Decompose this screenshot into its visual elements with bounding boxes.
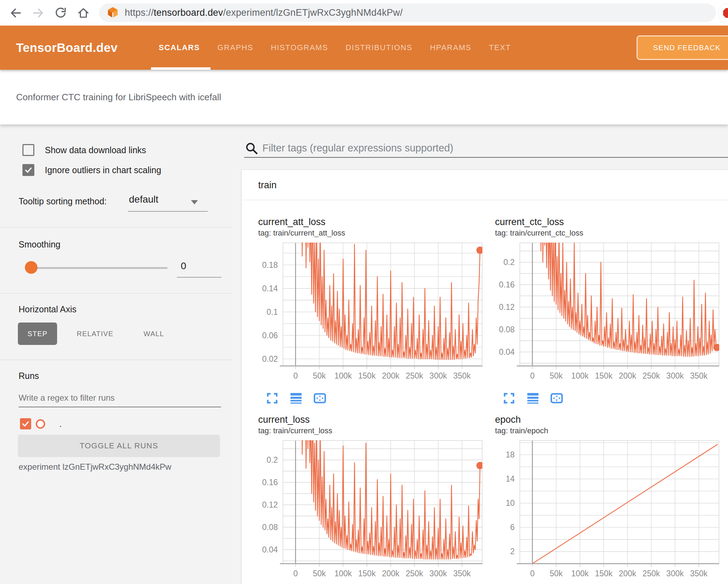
fit-domain-icon[interactable]: [550, 391, 564, 405]
chart-tag: tag: train/current_loss: [258, 426, 484, 436]
svg-text:250k: 250k: [643, 569, 660, 578]
svg-text:18: 18: [506, 450, 515, 459]
svg-text:0.14: 0.14: [262, 284, 278, 293]
svg-text:0.08: 0.08: [499, 325, 515, 334]
svg-text:350k: 350k: [690, 569, 708, 578]
svg-text:0: 0: [530, 569, 535, 578]
browser-forward-icon[interactable]: [30, 5, 46, 21]
runs-label: Runs: [19, 371, 39, 381]
chart-plot[interactable]: 0.040.080.120.160.2050k100k150k200k250k3…: [495, 243, 719, 381]
svg-text:200k: 200k: [382, 569, 399, 578]
ignore-outliers-row[interactable]: Ignore outliers in chart scaling: [22, 164, 161, 176]
svg-text:200k: 200k: [619, 371, 636, 380]
ignore-outliers-checkbox[interactable]: [22, 164, 34, 176]
svg-text:100k: 100k: [571, 371, 589, 380]
send-feedback-button[interactable]: SEND FEEDBACK: [637, 35, 728, 60]
svg-text:2: 2: [510, 547, 515, 556]
chart-actions: [265, 391, 484, 405]
svg-text:350k: 350k: [453, 371, 471, 380]
tensorboard-favicon-icon: [107, 6, 119, 20]
svg-text:0.12: 0.12: [499, 303, 515, 312]
browser-reload-icon[interactable]: [53, 5, 69, 21]
divider: [242, 200, 728, 200]
group-title[interactable]: train: [258, 180, 277, 191]
chart-card-current_ctc_loss: current_ctc_loss tag: train/current_ctc_…: [495, 217, 721, 405]
app-header: TensorBoard.dev SCALARS GRAPHS HISTOGRAM…: [0, 26, 728, 70]
smoothing-value-underline: [177, 277, 221, 278]
app-logo[interactable]: TensorBoard.dev: [16, 26, 118, 70]
tab-scalars[interactable]: SCALARS: [159, 43, 200, 52]
tab-histograms[interactable]: HISTOGRAMS: [271, 43, 328, 52]
run-name: .: [59, 419, 62, 429]
fullscreen-icon[interactable]: [265, 391, 279, 405]
chart-tag: tag: train/current_att_loss: [258, 229, 484, 238]
log-scale-icon[interactable]: [289, 391, 303, 405]
log-scale-icon[interactable]: [526, 391, 540, 405]
search-icon: [245, 142, 258, 155]
run-checkbox[interactable]: [20, 418, 31, 429]
divider: [0, 293, 232, 293]
toggle-all-runs-button[interactable]: TOGGLE ALL RUNS: [18, 435, 220, 457]
svg-text:100k: 100k: [334, 569, 352, 578]
chart-plot[interactable]: 0.040.080.120.160.2050k100k150k200k250k3…: [258, 440, 482, 578]
svg-text:300k: 300k: [430, 569, 447, 578]
run-color-swatch: [36, 419, 45, 429]
nav-tabs: SCALARS GRAPHS HISTOGRAMS DISTRIBUTIONS …: [159, 26, 511, 70]
chart-plot[interactable]: 0.020.060.10.140.18050k100k150k200k250k3…: [258, 243, 482, 381]
svg-text:14: 14: [506, 474, 515, 483]
horizontal-axis-label: Horizontal Axis: [19, 304, 76, 314]
svg-text:0.18: 0.18: [262, 260, 278, 270]
ignore-outliers-label: Ignore outliers in chart scaling: [45, 165, 161, 175]
show-download-links-checkbox[interactable]: [22, 144, 34, 156]
svg-text:300k: 300k: [666, 569, 684, 578]
address-bar[interactable]: https://tensorboard.dev/experiment/lzGnE…: [99, 4, 716, 22]
browser-home-icon[interactable]: [75, 5, 91, 21]
svg-text:150k: 150k: [358, 371, 376, 380]
show-download-links-label: Show data download links: [45, 145, 146, 155]
browser-toolbar: https://tensorboard.dev/experiment/lzGnE…: [0, 0, 728, 26]
svg-text:10: 10: [506, 498, 515, 508]
svg-text:150k: 150k: [595, 371, 612, 380]
horizontal-axis-options: STEP RELATIVE WALL: [18, 322, 174, 345]
tab-text[interactable]: TEXT: [489, 43, 511, 52]
chevron-down-icon[interactable]: [191, 200, 198, 204]
smoothing-slider-track[interactable]: [31, 267, 167, 269]
tag-filter-input[interactable]: [262, 139, 728, 157]
chart-plot[interactable]: 26101418050k100k150k200k250k300k350k: [495, 440, 719, 578]
chart-title: current_loss: [258, 414, 484, 426]
svg-text:300k: 300k: [666, 371, 684, 380]
svg-text:0: 0: [293, 371, 298, 380]
axis-option-wall[interactable]: WALL: [133, 322, 175, 345]
divider: [0, 360, 232, 360]
tab-distributions[interactable]: DISTRIBUTIONS: [346, 43, 413, 52]
svg-text:0.16: 0.16: [499, 280, 515, 289]
url-text: https://tensorboard.dev/experiment/lzGnE…: [125, 7, 403, 18]
axis-option-relative[interactable]: RELATIVE: [66, 322, 124, 345]
svg-text:0.12: 0.12: [262, 500, 278, 509]
show-download-links-row[interactable]: Show data download links: [22, 144, 146, 156]
fullscreen-icon[interactable]: [502, 391, 516, 405]
svg-text:0.02: 0.02: [262, 354, 278, 364]
browser-extension-icon[interactable]: [718, 3, 728, 23]
svg-text:0.04: 0.04: [262, 545, 278, 554]
experiment-title-bar: Conformer CTC training for LibriSpeech w…: [0, 70, 728, 124]
chart-tag: tag: train/current_ctc_loss: [495, 229, 721, 238]
run-row[interactable]: .: [20, 418, 62, 429]
svg-text:50k: 50k: [550, 569, 563, 578]
runs-filter-input[interactable]: [19, 389, 221, 407]
svg-text:350k: 350k: [453, 569, 471, 578]
svg-text:100k: 100k: [334, 371, 352, 380]
svg-text:300k: 300k: [430, 371, 447, 380]
tooltip-sorting-label: Tooltip sorting method:: [19, 196, 107, 206]
svg-text:200k: 200k: [382, 371, 399, 380]
tab-hparams[interactable]: HPARAMS: [430, 43, 471, 52]
smoothing-value[interactable]: 0: [179, 260, 221, 272]
axis-option-step[interactable]: STEP: [18, 322, 57, 345]
browser-back-icon[interactable]: [8, 5, 24, 21]
active-tab-underline: [151, 67, 211, 70]
tooltip-sorting-select[interactable]: default: [129, 194, 158, 205]
smoothing-slider-thumb[interactable]: [25, 261, 37, 274]
tab-graphs[interactable]: GRAPHS: [218, 43, 254, 52]
fit-domain-icon[interactable]: [313, 391, 327, 405]
svg-text:200k: 200k: [619, 569, 636, 578]
